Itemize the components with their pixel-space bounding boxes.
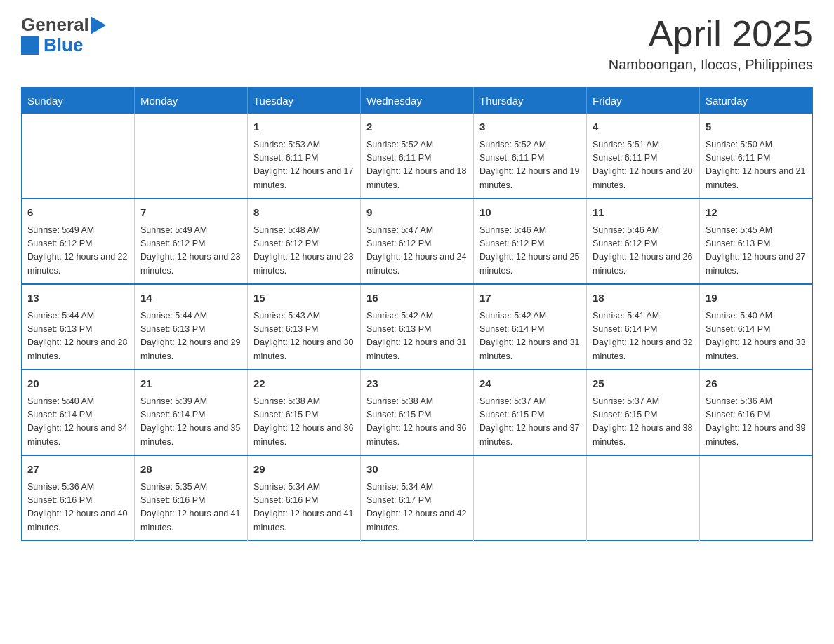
day-info: Sunrise: 5:52 AMSunset: 6:11 PMDaylight:… (366, 138, 468, 193)
calendar-day-cell: 18Sunrise: 5:41 AMSunset: 6:14 PMDayligh… (587, 284, 700, 370)
day-number: 4 (593, 119, 694, 135)
calendar-day-cell: 10Sunrise: 5:46 AMSunset: 6:12 PMDayligh… (474, 199, 587, 284)
day-number: 26 (706, 376, 807, 392)
logo-blue-text: Blue (44, 34, 83, 56)
calendar-day-cell: 5Sunrise: 5:50 AMSunset: 6:11 PMDaylight… (700, 114, 813, 199)
calendar-day-cell: 20Sunrise: 5:40 AMSunset: 6:14 PMDayligh… (22, 370, 135, 455)
day-info: Sunrise: 5:47 AMSunset: 6:12 PMDaylight:… (366, 224, 468, 279)
day-number: 17 (479, 290, 581, 307)
calendar-day-header: Wednesday (361, 88, 474, 114)
calendar-day-cell: 8Sunrise: 5:48 AMSunset: 6:12 PMDaylight… (248, 199, 361, 284)
calendar-day-cell: 16Sunrise: 5:42 AMSunset: 6:13 PMDayligh… (361, 284, 474, 370)
calendar-week-row: 20Sunrise: 5:40 AMSunset: 6:14 PMDayligh… (22, 370, 813, 455)
calendar-header-row: SundayMondayTuesdayWednesdayThursdayFrid… (22, 88, 813, 114)
day-number: 10 (479, 205, 581, 221)
calendar-day-cell: 3Sunrise: 5:52 AMSunset: 6:11 PMDaylight… (474, 114, 587, 199)
day-info: Sunrise: 5:39 AMSunset: 6:14 PMDaylight:… (140, 395, 241, 450)
day-info: Sunrise: 5:45 AMSunset: 6:13 PMDaylight:… (706, 224, 807, 279)
calendar-day-cell: 17Sunrise: 5:42 AMSunset: 6:14 PMDayligh… (474, 284, 587, 370)
day-info: Sunrise: 5:50 AMSunset: 6:11 PMDaylight:… (706, 138, 807, 193)
day-info: Sunrise: 5:42 AMSunset: 6:13 PMDaylight:… (366, 309, 468, 364)
logo-square-icon (21, 36, 39, 55)
calendar-day-cell: 15Sunrise: 5:43 AMSunset: 6:13 PMDayligh… (248, 284, 361, 370)
calendar-day-cell (474, 455, 587, 541)
day-info: Sunrise: 5:44 AMSunset: 6:13 PMDaylight:… (27, 309, 128, 364)
day-number: 3 (479, 119, 581, 135)
calendar-day-cell (22, 114, 135, 199)
calendar-week-row: 6Sunrise: 5:49 AMSunset: 6:12 PMDaylight… (22, 199, 813, 284)
logo: General Blue (21, 14, 106, 56)
calendar-day-cell: 11Sunrise: 5:46 AMSunset: 6:12 PMDayligh… (587, 199, 700, 284)
day-info: Sunrise: 5:49 AMSunset: 6:12 PMDaylight:… (27, 224, 128, 279)
day-info: Sunrise: 5:38 AMSunset: 6:15 PMDaylight:… (253, 395, 355, 450)
calendar-day-cell: 30Sunrise: 5:34 AMSunset: 6:17 PMDayligh… (361, 455, 474, 541)
day-number: 12 (706, 205, 807, 221)
calendar-day-cell: 12Sunrise: 5:45 AMSunset: 6:13 PMDayligh… (700, 199, 813, 284)
day-info: Sunrise: 5:40 AMSunset: 6:14 PMDaylight:… (27, 395, 128, 450)
svg-marker-0 (91, 16, 106, 34)
title-area: April 2025 Namboongan, Ilocos, Philippin… (609, 14, 813, 73)
day-info: Sunrise: 5:44 AMSunset: 6:13 PMDaylight:… (140, 309, 241, 364)
svg-rect-1 (21, 36, 39, 55)
calendar-day-cell: 1Sunrise: 5:53 AMSunset: 6:11 PMDaylight… (248, 114, 361, 199)
day-info: Sunrise: 5:37 AMSunset: 6:15 PMDaylight:… (479, 395, 581, 450)
day-number: 8 (253, 205, 355, 221)
day-info: Sunrise: 5:46 AMSunset: 6:12 PMDaylight:… (593, 224, 694, 279)
calendar-day-cell: 26Sunrise: 5:36 AMSunset: 6:16 PMDayligh… (700, 370, 813, 455)
day-number: 6 (27, 205, 128, 221)
calendar-day-cell: 21Sunrise: 5:39 AMSunset: 6:14 PMDayligh… (135, 370, 248, 455)
day-number: 23 (366, 376, 468, 392)
day-number: 24 (479, 376, 581, 392)
calendar-day-cell (700, 455, 813, 541)
calendar-day-cell: 7Sunrise: 5:49 AMSunset: 6:12 PMDaylight… (135, 199, 248, 284)
calendar-day-cell: 9Sunrise: 5:47 AMSunset: 6:12 PMDaylight… (361, 199, 474, 284)
day-info: Sunrise: 5:40 AMSunset: 6:14 PMDaylight:… (706, 309, 807, 364)
day-info: Sunrise: 5:34 AMSunset: 6:16 PMDaylight:… (253, 481, 355, 535)
page-title: April 2025 (609, 14, 813, 54)
day-number: 2 (366, 119, 468, 135)
day-info: Sunrise: 5:35 AMSunset: 6:16 PMDaylight:… (140, 481, 241, 535)
day-number: 14 (140, 290, 241, 307)
calendar-day-cell (135, 114, 248, 199)
day-info: Sunrise: 5:36 AMSunset: 6:16 PMDaylight:… (706, 395, 807, 450)
calendar-day-cell: 19Sunrise: 5:40 AMSunset: 6:14 PMDayligh… (700, 284, 813, 370)
day-number: 22 (253, 376, 355, 392)
day-info: Sunrise: 5:36 AMSunset: 6:16 PMDaylight:… (27, 481, 128, 535)
calendar-day-header: Monday (135, 88, 248, 114)
day-info: Sunrise: 5:37 AMSunset: 6:15 PMDaylight:… (593, 395, 694, 450)
calendar-week-row: 1Sunrise: 5:53 AMSunset: 6:11 PMDaylight… (22, 114, 813, 199)
day-number: 5 (706, 119, 807, 135)
day-info: Sunrise: 5:38 AMSunset: 6:15 PMDaylight:… (366, 395, 468, 450)
calendar-day-cell: 6Sunrise: 5:49 AMSunset: 6:12 PMDaylight… (22, 199, 135, 284)
calendar-week-row: 13Sunrise: 5:44 AMSunset: 6:13 PMDayligh… (22, 284, 813, 370)
calendar-day-cell: 27Sunrise: 5:36 AMSunset: 6:16 PMDayligh… (22, 455, 135, 541)
calendar-day-cell (587, 455, 700, 541)
day-info: Sunrise: 5:51 AMSunset: 6:11 PMDaylight:… (593, 138, 694, 193)
day-number: 29 (253, 462, 355, 478)
calendar-day-cell: 28Sunrise: 5:35 AMSunset: 6:16 PMDayligh… (135, 455, 248, 541)
page-header: General Blue April 2025 Namboongan, Iloc… (21, 14, 813, 73)
day-number: 28 (140, 462, 241, 478)
calendar-week-row: 27Sunrise: 5:36 AMSunset: 6:16 PMDayligh… (22, 455, 813, 541)
day-number: 18 (593, 290, 694, 307)
day-info: Sunrise: 5:42 AMSunset: 6:14 PMDaylight:… (479, 309, 581, 364)
calendar-day-cell: 2Sunrise: 5:52 AMSunset: 6:11 PMDaylight… (361, 114, 474, 199)
logo-triangle-icon (91, 16, 106, 34)
calendar-day-cell: 4Sunrise: 5:51 AMSunset: 6:11 PMDaylight… (587, 114, 700, 199)
day-info: Sunrise: 5:49 AMSunset: 6:12 PMDaylight:… (140, 224, 241, 279)
page-subtitle: Namboongan, Ilocos, Philippines (609, 57, 813, 73)
calendar-table: SundayMondayTuesdayWednesdayThursdayFrid… (21, 87, 813, 541)
calendar-day-cell: 14Sunrise: 5:44 AMSunset: 6:13 PMDayligh… (135, 284, 248, 370)
day-number: 11 (593, 205, 694, 221)
calendar-day-header: Friday (587, 88, 700, 114)
day-info: Sunrise: 5:46 AMSunset: 6:12 PMDaylight:… (479, 224, 581, 279)
day-number: 7 (140, 205, 241, 221)
day-number: 21 (140, 376, 241, 392)
day-info: Sunrise: 5:41 AMSunset: 6:14 PMDaylight:… (593, 309, 694, 364)
logo-general-text: General (21, 14, 89, 36)
day-number: 16 (366, 290, 468, 307)
calendar-day-header: Saturday (700, 88, 813, 114)
day-info: Sunrise: 5:53 AMSunset: 6:11 PMDaylight:… (253, 138, 355, 193)
day-number: 27 (27, 462, 128, 478)
day-info: Sunrise: 5:52 AMSunset: 6:11 PMDaylight:… (479, 138, 581, 193)
